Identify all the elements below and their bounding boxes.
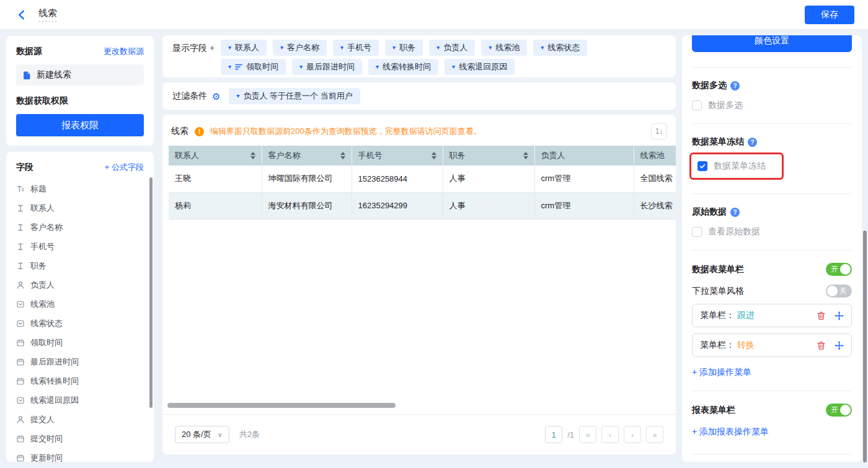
- back-button[interactable]: [16, 9, 27, 20]
- column-header-contact[interactable]: 联系人: [169, 146, 262, 166]
- row-order-button[interactable]: 1↓: [651, 123, 667, 139]
- top-bar: 线索 保存: [0, 0, 868, 30]
- field-item-owner[interactable]: 负责人: [16, 275, 144, 294]
- change-datasource-link[interactable]: 更改数据源: [104, 46, 144, 57]
- help-icon[interactable]: ?: [730, 81, 740, 91]
- field-item-submittime[interactable]: 提交时间: [16, 429, 144, 448]
- warning-icon: !: [195, 127, 204, 136]
- page-size-select[interactable]: 20 条/页 ∨: [175, 426, 229, 443]
- fields-scrollbar[interactable]: [149, 177, 153, 408]
- display-chip[interactable]: 线索池: [481, 40, 527, 56]
- dropdown-style-toggle[interactable]: 关: [826, 285, 852, 298]
- caret-down-icon[interactable]: [236, 93, 239, 99]
- column-header-phone[interactable]: 手机号: [352, 146, 443, 166]
- table-row[interactable]: 杨莉 海安材料有限公司 16235294299 人事 crm管理 长沙线索: [169, 192, 676, 219]
- field-item-leadstatus[interactable]: 线索状态: [16, 314, 144, 333]
- field-item-contact[interactable]: 联系人: [16, 198, 144, 218]
- caret-down-icon[interactable]: [452, 64, 455, 70]
- sort-icon[interactable]: [340, 152, 345, 159]
- field-label: 更新时间: [30, 453, 63, 462]
- caret-down-icon[interactable]: [541, 45, 544, 51]
- display-chip[interactable]: 职务: [385, 40, 423, 56]
- caret-down-icon[interactable]: [299, 64, 303, 70]
- field-item-phone[interactable]: 手机号: [16, 237, 144, 256]
- move-icon[interactable]: [835, 311, 844, 320]
- column-header-customer[interactable]: 客户名称: [262, 146, 352, 166]
- caret-down-icon[interactable]: [228, 64, 231, 70]
- first-page-button[interactable]: «: [579, 426, 596, 443]
- field-item-returnreason[interactable]: 线索退回原因: [16, 391, 144, 410]
- horizontal-scrollbar[interactable]: [167, 403, 396, 408]
- next-page-button[interactable]: ›: [624, 426, 641, 443]
- display-chip[interactable]: 线索转换时间: [368, 59, 438, 75]
- color-settings-button[interactable]: 颜色设置: [692, 35, 852, 52]
- add-action-menu-link[interactable]: + 添加操作菜单: [692, 367, 852, 378]
- gear-icon[interactable]: ⚙: [212, 92, 220, 101]
- field-item-leadpool[interactable]: 线索池: [16, 294, 144, 314]
- display-chip[interactable]: 线索状态: [533, 40, 587, 56]
- caret-down-icon[interactable]: [340, 45, 343, 51]
- report-permission-button[interactable]: 报表权限: [16, 114, 144, 136]
- field-label: 提交人: [30, 414, 55, 425]
- field-item-title[interactable]: 标题: [16, 179, 144, 198]
- save-button[interactable]: 保存: [805, 6, 854, 24]
- help-icon[interactable]: ?: [748, 138, 757, 147]
- settings-scrollbar[interactable]: [863, 231, 867, 462]
- column-header-jobtitle[interactable]: 职务: [443, 146, 534, 166]
- last-page-button[interactable]: »: [646, 426, 663, 443]
- add-display-field-button[interactable]: +: [210, 43, 215, 53]
- caret-down-icon[interactable]: [489, 45, 492, 51]
- field-item-customer[interactable]: 客户名称: [16, 218, 144, 237]
- delete-icon[interactable]: [817, 311, 826, 320]
- menu-item-followup[interactable]: 菜单栏： 跟进: [692, 304, 852, 327]
- datasource-item[interactable]: 新建线索: [16, 64, 144, 86]
- field-item-converttime[interactable]: 线索转换时间: [16, 371, 144, 391]
- column-header-owner[interactable]: 负责人: [534, 146, 634, 166]
- column-header-leadpool[interactable]: 线索池: [634, 146, 676, 166]
- filter-condition-chip[interactable]: 负责人 等于任意一个 当前用户: [229, 88, 360, 104]
- prev-page-button[interactable]: ‹: [601, 426, 619, 443]
- multi-select-checkbox[interactable]: [692, 100, 702, 110]
- table-row[interactable]: 王晓 坤曜国际有限公司 15236258944 人事 crm管理 全国线索: [169, 166, 676, 192]
- caret-down-icon[interactable]: [376, 64, 379, 70]
- field-item-claimtime[interactable]: 领取时间: [16, 333, 144, 352]
- field-item-jobtitle[interactable]: 职务: [16, 256, 144, 275]
- divider: [692, 454, 852, 454]
- field-item-lastfollowtime[interactable]: 最后跟进时间: [16, 352, 144, 371]
- display-chip-sorted[interactable]: 领取时间: [221, 59, 286, 75]
- sort-icon[interactable]: [523, 152, 528, 159]
- sort-icon[interactable]: [432, 152, 436, 159]
- field-item-updatetime[interactable]: 更新时间: [16, 448, 144, 462]
- current-page-input[interactable]: 1: [545, 426, 562, 443]
- delete-icon[interactable]: [817, 341, 826, 350]
- field-label: 标题: [30, 183, 46, 195]
- field-item-submitter[interactable]: 提交人: [16, 410, 144, 429]
- permission-title: 数据获取权限: [16, 95, 144, 107]
- display-chip[interactable]: 手机号: [333, 40, 379, 56]
- raw-data-checkbox[interactable]: [692, 227, 702, 237]
- add-report-action-menu-link[interactable]: + 添加报表操作菜单: [692, 426, 852, 438]
- display-chip[interactable]: 线索退回原因: [445, 59, 515, 75]
- text-field-icon: [16, 204, 25, 213]
- multi-select-section-title: 数据多选 ?: [692, 80, 852, 91]
- caret-down-icon[interactable]: [280, 45, 283, 51]
- field-label: 领取时间: [30, 337, 63, 348]
- display-chip[interactable]: 客户名称: [273, 40, 327, 56]
- report-menu-toggle[interactable]: 开: [826, 404, 852, 417]
- caret-down-icon[interactable]: [392, 45, 396, 51]
- menu-freeze-checkbox[interactable]: [698, 161, 707, 171]
- display-fields-panel: 显示字段+ 联系人 客户名称 手机号 职务 负责人 线索池 线索状态 领取时间 …: [162, 35, 676, 77]
- display-chip[interactable]: 负责人: [429, 40, 475, 56]
- display-chip[interactable]: 最后跟进时间: [292, 59, 362, 75]
- caret-down-icon[interactable]: [228, 45, 231, 51]
- sort-icon[interactable]: [250, 152, 255, 159]
- table-menu-toggle[interactable]: 开: [826, 263, 852, 276]
- field-label: 线索退回原因: [30, 395, 79, 406]
- caret-down-icon[interactable]: [436, 45, 440, 51]
- display-chip[interactable]: 联系人: [221, 40, 267, 56]
- field-label: 手机号: [30, 241, 55, 252]
- menu-item-convert[interactable]: 菜单栏： 转换: [692, 333, 852, 357]
- add-formula-field-link[interactable]: + 公式字段: [105, 162, 144, 173]
- move-icon[interactable]: [835, 341, 844, 350]
- help-icon[interactable]: ?: [730, 208, 740, 217]
